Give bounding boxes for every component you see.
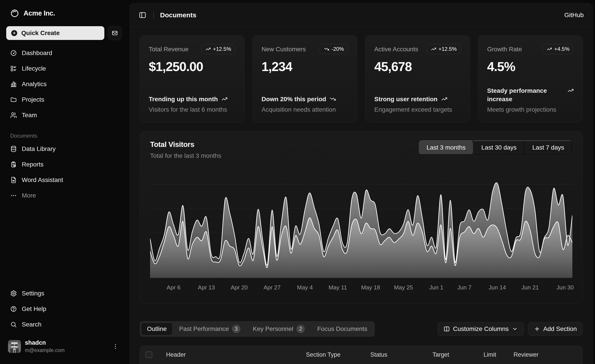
stat-value: $1,250.00 <box>149 59 235 74</box>
sidebar-item-get-help[interactable]: Get Help <box>6 302 122 316</box>
x-axis-ticks: Apr 6Apr 13Apr 20Apr 27May 4May 11May 18… <box>150 279 572 294</box>
tab-focus-documents[interactable]: Focus Documents <box>311 322 373 335</box>
file-word-icon <box>10 177 17 183</box>
brand-row[interactable]: Acme Inc. <box>6 7 122 20</box>
visitors-area-chart[interactable] <box>150 182 572 278</box>
sidebar-item-dashboard[interactable]: Dashboard <box>6 46 122 60</box>
tab-past-performance[interactable]: Past Performance 3 <box>173 322 247 335</box>
users-icon <box>10 112 17 119</box>
x-axis-tick-label: Jun 1 <box>429 284 443 291</box>
sidebar-item-lifecycle[interactable]: Lifecycle <box>6 62 122 76</box>
github-link[interactable]: GitHub <box>564 12 584 19</box>
sidebar-item-team[interactable]: Team <box>6 108 122 122</box>
stat-card-growth-rate: Growth Rate +4.5% 4.5% Steady performanc… <box>478 35 583 122</box>
x-axis-tick-label: May 4 <box>297 284 313 291</box>
sidebar-item-settings[interactable]: Settings <box>6 287 122 300</box>
page-header: Documents GitHub <box>130 3 593 27</box>
avatar <box>8 340 21 353</box>
customize-columns-button[interactable]: Customize Columns <box>438 322 524 336</box>
stat-value: 1,234 <box>262 59 348 74</box>
sidebar-item-label: Reports <box>22 161 43 168</box>
tab-label: Past Performance <box>179 325 229 332</box>
sidebar-item-label: Dashboard <box>22 49 52 56</box>
trend-badge-value: +12.5% <box>213 46 231 52</box>
add-section-button[interactable]: Add Section <box>528 322 583 336</box>
range-last-7-days[interactable]: Last 7 days <box>525 140 572 155</box>
mail-icon <box>112 30 118 36</box>
database-icon <box>10 146 17 152</box>
stat-card-new-customers: New Customers -20% 1,234 Down 20% this p… <box>252 35 357 122</box>
column-header: Reviewer <box>514 351 577 358</box>
user-name: shadcn <box>25 339 65 346</box>
stat-footer-sub: Meets growth projections <box>487 106 574 113</box>
user-menu-dots-icon[interactable] <box>111 342 120 351</box>
stat-label: Growth Rate <box>487 44 522 53</box>
stat-footer-title: Strong user retention <box>374 95 438 103</box>
stat-footer-sub: Visitors for the last 6 months <box>149 106 235 113</box>
quick-create-label: Quick Create <box>21 29 60 37</box>
quick-create-button[interactable]: Quick Create <box>6 26 104 40</box>
stat-footer-sub: Acquisition needs attention <box>262 106 348 113</box>
tab-label: Outline <box>147 325 167 332</box>
visitors-chart-area[interactable] <box>150 182 572 278</box>
main-panel: Documents GitHub Total Revenue +12.5% $1… <box>130 3 593 364</box>
stat-footer-title: Down 20% this period <box>262 95 326 103</box>
trending-up-icon <box>205 46 211 52</box>
inbox-button[interactable] <box>108 26 122 40</box>
sidebar-item-projects[interactable]: Projects <box>6 93 122 106</box>
table-tabs: Outline Past Performance 3 Key Personnel… <box>140 321 375 337</box>
sidebar-item-label: Team <box>22 112 37 119</box>
table-toolbar: Outline Past Performance 3 Key Personnel… <box>140 321 583 337</box>
stat-footer-title: Trending up this month <box>149 95 218 103</box>
x-axis-tick-label: Jun 30 <box>556 284 574 291</box>
x-axis-tick-label: Jun 14 <box>489 284 506 291</box>
trend-badge: +12.5% <box>201 44 235 54</box>
table-header-row: Header Section Type Status Target Limit … <box>140 346 583 364</box>
x-axis-tick-label: Apr 27 <box>263 284 281 291</box>
circle-plus-icon <box>11 29 18 37</box>
column-header: Status <box>370 351 432 358</box>
column-header: Section Type <box>306 351 370 358</box>
x-axis-tick-label: Jun 21 <box>522 284 539 291</box>
tab-count-badge: 3 <box>232 325 241 333</box>
trend-badge-value: +4.5% <box>554 46 569 52</box>
user-menu[interactable]: shadcn m@example.com <box>6 338 122 355</box>
page-title: Documents <box>160 11 196 19</box>
visitors-title: Total Visitors <box>150 140 221 149</box>
help-circle-icon <box>10 306 17 312</box>
trend-badge: +4.5% <box>542 44 574 54</box>
column-header: Target <box>432 351 483 358</box>
brand-name: Acme Inc. <box>23 9 55 17</box>
trending-up-icon <box>441 96 447 102</box>
sidebar-toggle-button[interactable] <box>139 11 147 19</box>
sidebar-item-data-library[interactable]: Data Library <box>6 142 122 156</box>
page-content: Total Revenue +12.5% $1,250.00 Trending … <box>130 35 593 364</box>
sidebar-item-reports[interactable]: Reports <box>6 158 122 171</box>
range-last-3-months[interactable]: Last 3 months <box>419 140 474 155</box>
sidebar-item-more[interactable]: More <box>6 189 122 203</box>
range-last-30-days[interactable]: Last 30 days <box>474 140 525 155</box>
tab-key-personnel[interactable]: Key Personnel 2 <box>247 322 311 335</box>
sections-table: Header Section Type Status Target Limit … <box>140 346 583 364</box>
column-header: Header <box>166 351 306 358</box>
x-axis-tick-label: Apr 6 <box>167 284 180 291</box>
trend-badge-value: +12.5% <box>439 46 457 52</box>
sidebar-item-search[interactable]: Search <box>6 318 122 331</box>
select-all-checkbox[interactable] <box>146 351 152 358</box>
sidebar: Acme Inc. Quick Create Dashboard Lifecyc… <box>0 0 128 364</box>
search-icon <box>10 321 17 328</box>
sidebar-item-analytics[interactable]: Analytics <box>6 77 122 91</box>
stat-label: Active Accounts <box>374 44 418 53</box>
trend-badge: -20% <box>320 44 348 54</box>
sidebar-item-word-assistant[interactable]: Word Assistant <box>6 173 122 187</box>
tab-count-badge: 2 <box>296 325 305 333</box>
range-toggle-group: Last 3 months Last 30 days Last 7 days <box>419 140 572 155</box>
x-axis-tick-label: May 25 <box>394 284 413 291</box>
sidebar-main-nav: Dashboard Lifecycle Analytics Projects T… <box>6 46 122 122</box>
tab-outline[interactable]: Outline <box>141 322 173 335</box>
sidebar-item-label: Word Assistant <box>22 176 63 183</box>
x-axis-tick-label: May 18 <box>361 284 380 291</box>
x-axis-tick-label: Apr 20 <box>231 284 248 291</box>
x-axis-tick-label: Apr 13 <box>198 284 215 291</box>
user-email: m@example.com <box>25 347 65 353</box>
